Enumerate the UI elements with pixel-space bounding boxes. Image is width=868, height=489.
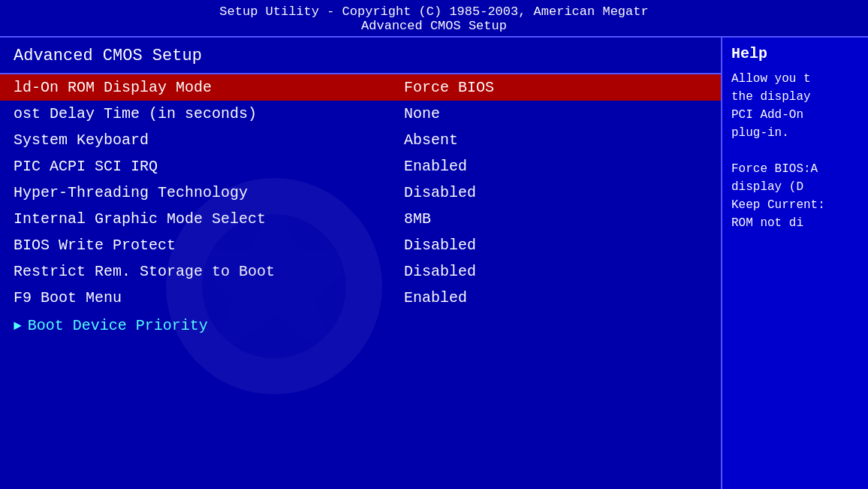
- menu-item-pic-acpi[interactable]: PIC ACPI SCI IRQEnabled: [0, 153, 721, 180]
- boot-priority-arrow: ►: [14, 318, 22, 334]
- menu-area: ld-On ROM Display ModeForce BIOSost Dela…: [0, 74, 721, 489]
- menu-item-restrict-rem[interactable]: Restrict Rem. Storage to BootDisabled: [0, 258, 721, 285]
- menu-item-value-f9-boot: Enabled: [404, 289, 707, 306]
- menu-item-post-delay[interactable]: ost Delay Time (in seconds)None: [0, 101, 721, 127]
- help-line: the display: [731, 88, 859, 106]
- menu-item-label-post-delay: ost Delay Time (in seconds): [14, 105, 404, 122]
- menu-item-value-post-delay: None: [404, 105, 707, 122]
- help-line: ROM not di: [731, 214, 859, 232]
- menu-item-internal-graphic[interactable]: Internal Graphic Mode Select8MB: [0, 206, 721, 232]
- panel-title: Advanced CMOS Setup: [0, 38, 721, 74]
- help-line: plug-in.: [731, 124, 859, 142]
- menu-item-value-internal-graphic: 8MB: [404, 210, 707, 228]
- menu-item-system-keyboard[interactable]: System KeyboardAbsent: [0, 127, 721, 153]
- help-text: Allow you tthe displayPCI Add-Onplug-in.…: [731, 70, 859, 232]
- menu-item-addon-rom[interactable]: ld-On ROM Display ModeForce BIOS: [0, 74, 721, 101]
- help-title: Help: [731, 45, 859, 62]
- menu-item-label-pic-acpi: PIC ACPI SCI IRQ: [14, 158, 404, 175]
- menu-item-value-hyper-threading: Disabled: [404, 184, 707, 201]
- help-line: Keep Current:: [731, 196, 859, 214]
- menu-item-f9-boot[interactable]: F9 Boot MenuEnabled: [0, 285, 721, 311]
- boot-priority-item[interactable]: ► Boot Device Priority: [0, 311, 721, 340]
- help-line: Force BIOS:A: [731, 160, 859, 178]
- boot-priority-label: Boot Device Priority: [28, 317, 208, 334]
- menu-item-bios-write[interactable]: BIOS Write ProtectDisabled: [0, 232, 721, 258]
- menu-item-hyper-threading[interactable]: Hyper-Threading TechnologyDisabled: [0, 180, 721, 206]
- help-line: Allow you t: [731, 70, 859, 88]
- menu-item-label-system-keyboard: System Keyboard: [14, 131, 404, 149]
- menu-item-label-f9-boot: F9 Boot Menu: [14, 289, 404, 306]
- menu-item-label-internal-graphic: Internal Graphic Mode Select: [14, 210, 404, 228]
- left-panel: Advanced CMOS Setup ld-On ROM Display Mo…: [0, 38, 721, 489]
- menu-item-value-restrict-rem: Disabled: [404, 263, 707, 280]
- help-line: display (D: [731, 178, 859, 196]
- menu-item-value-addon-rom: Force BIOS: [404, 79, 707, 96]
- menu-item-value-system-keyboard: Absent: [404, 131, 707, 149]
- menu-item-label-bios-write: BIOS Write Protect: [14, 237, 404, 254]
- menu-item-label-addon-rom: ld-On ROM Display Mode: [14, 79, 404, 96]
- menu-item-value-pic-acpi: Enabled: [404, 158, 707, 175]
- menu-items-container: ld-On ROM Display ModeForce BIOSost Dela…: [0, 74, 721, 311]
- menu-item-label-restrict-rem: Restrict Rem. Storage to Boot: [14, 263, 404, 280]
- top-bar: Setup Utility - Copyright (C) 1985-2003,…: [0, 0, 868, 38]
- copyright-text: Setup Utility - Copyright (C) 1985-2003,…: [219, 5, 648, 19]
- help-line: PCI Add-On: [731, 106, 859, 124]
- help-line: [731, 142, 859, 160]
- menu-item-value-bios-write: Disabled: [404, 237, 707, 254]
- menu-item-label-hyper-threading: Hyper-Threading Technology: [14, 184, 404, 201]
- right-panel: Help Allow you tthe displayPCI Add-Onplu…: [721, 38, 868, 489]
- subtitle-text: Advanced CMOS Setup: [361, 19, 507, 33]
